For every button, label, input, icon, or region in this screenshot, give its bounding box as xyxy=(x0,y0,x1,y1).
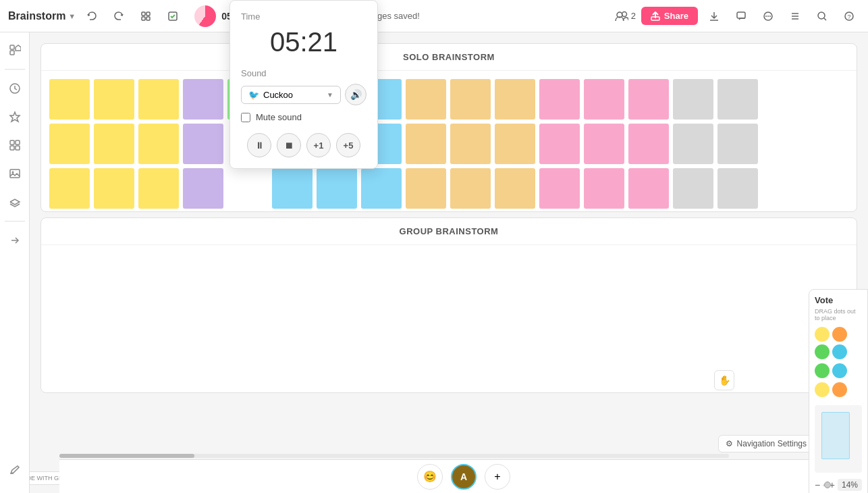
search-button[interactable] xyxy=(811,5,833,27)
sticky-note[interactable] xyxy=(584,168,624,209)
navigation-settings-button[interactable]: ⚙ Navigation Settings xyxy=(718,435,814,452)
sticky-note[interactable] xyxy=(584,79,624,120)
sticky-note[interactable] xyxy=(673,124,713,164)
sticky-note[interactable] xyxy=(450,168,491,209)
chevron-down-icon: ▼ xyxy=(68,12,76,20)
sidebar-image-icon[interactable] xyxy=(3,161,27,186)
speaker-icon: 🔊 xyxy=(350,89,362,100)
sticky-note[interactable] xyxy=(717,168,758,209)
sticky-note[interactable] xyxy=(673,79,713,120)
redo-button[interactable] xyxy=(108,5,130,27)
sticky-note[interactable] xyxy=(272,168,313,209)
sticky-note[interactable] xyxy=(183,124,223,164)
solo-section-label: SOLO BRAINSTORM xyxy=(403,52,495,62)
sticky-note[interactable] xyxy=(406,124,446,164)
emoji-button[interactable]: 😊 xyxy=(417,464,443,490)
sticky-note[interactable] xyxy=(628,168,669,209)
sticky-note[interactable] xyxy=(495,168,535,209)
sidebar-layers-icon[interactable] xyxy=(3,190,27,214)
sidebar-star-icon[interactable] xyxy=(3,105,27,129)
sticky-note[interactable] xyxy=(406,168,446,209)
help-button[interactable]: ? xyxy=(838,5,860,27)
stop-button[interactable]: ⏹ xyxy=(277,133,301,157)
sticky-note[interactable] xyxy=(94,168,134,209)
svg-text:?: ? xyxy=(848,14,851,20)
sidebar-divider-2 xyxy=(5,221,25,222)
sticky-note[interactable] xyxy=(539,124,580,164)
sticky-note[interactable] xyxy=(539,168,580,209)
sticky-note[interactable] xyxy=(138,168,179,209)
zoom-minus-button[interactable]: − xyxy=(815,478,820,492)
vote-dot-cyan-2[interactable] xyxy=(832,363,847,378)
timer-popup: Time 05:21 Sound 🐦 Cuckoo ▼ 🔊 Mute sound… xyxy=(229,0,378,169)
sticky-note[interactable] xyxy=(495,79,535,120)
sticky-note[interactable] xyxy=(450,124,491,164)
vote-dot-yellow-2[interactable] xyxy=(815,382,830,397)
sticky-note[interactable] xyxy=(94,79,134,120)
solo-section-header: SOLO BRAINSTORM xyxy=(41,44,857,71)
sound-dropdown[interactable]: 🐦 Cuckoo ▼ xyxy=(241,86,341,104)
sticky-note[interactable] xyxy=(539,79,580,120)
nav-preview-viewport xyxy=(821,412,850,459)
sticky-note[interactable] xyxy=(183,79,223,120)
sticky-note[interactable] xyxy=(495,124,535,164)
comments-button[interactable] xyxy=(730,5,752,27)
pause-button[interactable]: ⏸ xyxy=(247,133,271,157)
vote-dot-yellow-1[interactable] xyxy=(815,327,830,342)
sticky-note[interactable] xyxy=(584,124,624,164)
chat-button[interactable] xyxy=(757,5,779,27)
view-button[interactable] xyxy=(135,5,157,27)
vote-dot-green-1[interactable] xyxy=(815,344,830,359)
sticky-note[interactable] xyxy=(49,79,90,120)
sticky-note[interactable] xyxy=(406,79,446,120)
sidebar-recent-icon[interactable] xyxy=(3,76,27,101)
sticky-note[interactable] xyxy=(717,124,758,164)
sticky-note[interactable] xyxy=(628,124,669,164)
share-button[interactable]: Share xyxy=(641,7,698,25)
svg-rect-27 xyxy=(10,146,14,150)
sticky-note[interactable] xyxy=(183,168,223,209)
mute-checkbox[interactable] xyxy=(241,113,250,122)
vote-dot-orange-2[interactable] xyxy=(832,382,847,397)
vote-dot-green-2[interactable] xyxy=(815,363,830,378)
sticky-note[interactable] xyxy=(628,79,669,120)
plus5-button[interactable]: +5 xyxy=(336,133,360,157)
users-badge[interactable]: 2 xyxy=(615,11,636,22)
brand-title[interactable]: Brainstorm ▼ xyxy=(8,10,76,22)
zoom-slider[interactable] xyxy=(823,484,827,486)
sticky-note[interactable] xyxy=(138,124,179,164)
hand-tool-button[interactable]: ✋ xyxy=(714,370,734,390)
svg-rect-3 xyxy=(146,17,150,20)
user-avatar[interactable]: A xyxy=(451,464,477,490)
download-button[interactable] xyxy=(703,5,725,27)
sticky-note[interactable] xyxy=(317,168,357,209)
check-button[interactable] xyxy=(162,5,184,27)
plus1-button[interactable]: +1 xyxy=(306,133,331,157)
svg-rect-26 xyxy=(16,140,20,145)
add-icon: + xyxy=(494,471,500,483)
scrollbar-thumb[interactable] xyxy=(59,454,194,458)
sound-play-button[interactable]: 🔊 xyxy=(345,84,367,105)
sticky-note[interactable] xyxy=(49,124,90,164)
sidebar-templates-icon[interactable] xyxy=(3,133,27,157)
list-button[interactable] xyxy=(784,5,806,27)
sticky-note[interactable] xyxy=(94,124,134,164)
sidebar-arrow-icon[interactable] xyxy=(3,228,27,253)
add-button[interactable]: + xyxy=(485,464,510,490)
sticky-note[interactable] xyxy=(49,168,90,209)
sidebar-pencil-icon[interactable] xyxy=(3,458,27,482)
sidebar-home-icon[interactable] xyxy=(3,38,27,62)
vote-dot-orange-1[interactable] xyxy=(832,327,847,342)
mute-label: Mute sound xyxy=(256,112,302,122)
sticky-note[interactable] xyxy=(361,168,402,209)
horizontal-scrollbar[interactable] xyxy=(59,454,729,458)
svg-rect-2 xyxy=(142,17,145,20)
sticky-note[interactable] xyxy=(717,79,758,120)
svg-rect-21 xyxy=(10,45,14,49)
vote-dots-2 xyxy=(815,363,862,378)
undo-button[interactable] xyxy=(81,5,103,27)
sticky-note[interactable] xyxy=(450,79,491,120)
sticky-note[interactable] xyxy=(673,168,713,209)
sticky-note[interactable] xyxy=(138,79,179,120)
vote-dot-cyan-1[interactable] xyxy=(832,344,847,359)
